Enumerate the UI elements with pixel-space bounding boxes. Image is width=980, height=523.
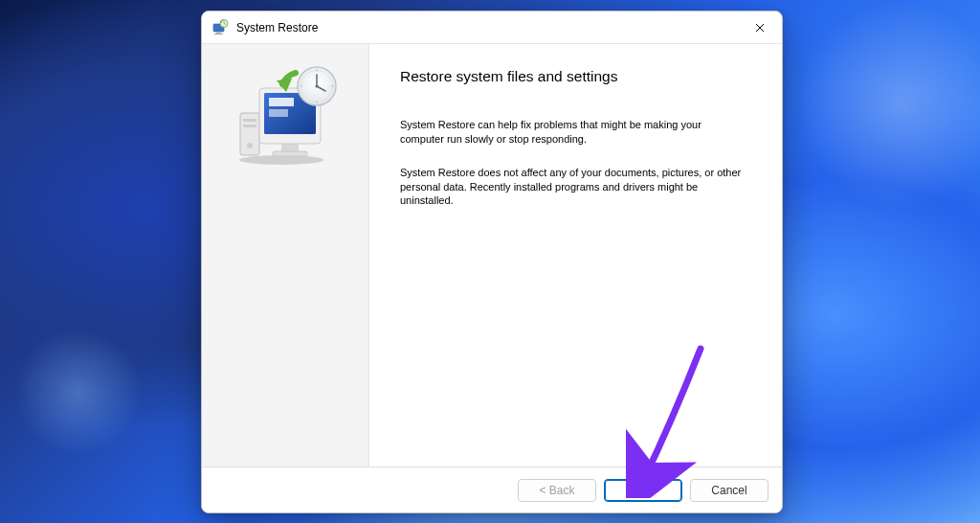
svg-rect-14 — [269, 98, 294, 106]
app-icon — [212, 19, 229, 36]
wizard-footer: < Back Next > Cancel — [202, 467, 782, 512]
cancel-button[interactable]: Cancel — [690, 479, 768, 502]
wizard-sidebar — [202, 44, 369, 466]
svg-rect-9 — [281, 144, 299, 151]
svg-rect-15 — [269, 109, 288, 117]
next-button[interactable]: Next > — [604, 479, 682, 502]
dialog-body: Restore system files and settings System… — [202, 43, 782, 467]
svg-point-8 — [247, 143, 253, 148]
titlebar[interactable]: System Restore — [202, 11, 782, 43]
close-icon — [755, 23, 765, 33]
window-title: System Restore — [236, 21, 738, 34]
close-button[interactable] — [738, 12, 782, 43]
wizard-content: Restore system files and settings System… — [369, 44, 782, 466]
svg-rect-2 — [214, 34, 223, 34]
intro-paragraph-1: System Restore can help fix problems tha… — [400, 118, 745, 147]
svg-rect-1 — [216, 32, 221, 34]
svg-rect-10 — [273, 151, 307, 156]
svg-rect-6 — [243, 119, 256, 122]
page-heading: Restore system files and settings — [400, 68, 751, 85]
desktop-background: System Restore — [0, 0, 980, 523]
intro-paragraph-2: System Restore does not affect any of yo… — [400, 166, 745, 209]
svg-rect-7 — [243, 125, 256, 127]
system-restore-dialog: System Restore — [201, 11, 783, 513]
system-restore-illustration-icon — [229, 65, 342, 166]
back-button: < Back — [518, 479, 596, 502]
